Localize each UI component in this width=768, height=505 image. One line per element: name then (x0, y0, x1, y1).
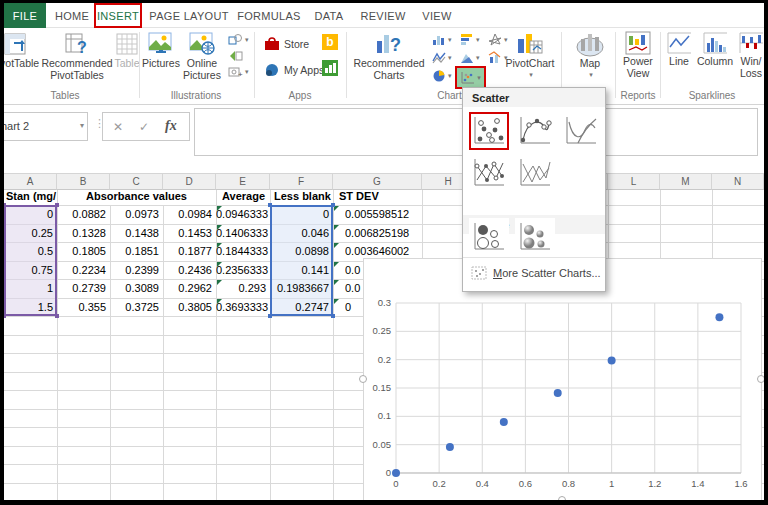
selection-handle[interactable] (55, 314, 59, 318)
scatter-straight-icon (518, 158, 552, 188)
chart-data-point (446, 443, 454, 451)
cell[interactable]: 0.355 (57, 298, 110, 316)
cell[interactable]: 0.2399 (110, 261, 163, 279)
chart-x-tick-label: 1.4 (691, 478, 704, 489)
cell[interactable]: 0.1438 (110, 224, 163, 242)
cell-e1[interactable]: Average (222, 189, 270, 204)
cell-g1[interactable]: ST DEV (339, 189, 419, 204)
cell[interactable]: 0.1851 (110, 242, 163, 260)
chart-x-tick-label: 0.8 (562, 478, 575, 489)
cell[interactable]: 0.2962 (163, 279, 216, 297)
chart-data-point (392, 469, 400, 477)
cell[interactable]: 0.005598512 (345, 205, 422, 223)
column-header-m[interactable]: M (660, 173, 712, 190)
column-header-d[interactable]: D (163, 173, 216, 190)
cell[interactable]: 0.1328 (57, 224, 110, 242)
cell[interactable]: 0.2747 (270, 298, 333, 316)
error-indicator-icon (217, 243, 222, 248)
cell[interactable]: 0.3693333 (216, 298, 270, 316)
cell[interactable]: 0.2739 (57, 279, 110, 297)
cell[interactable]: 0.1406333 (216, 224, 270, 242)
window-frame-right (764, 0, 768, 505)
more-scatter-charts-item[interactable]: More Scatter Charts... (463, 257, 605, 287)
embedded-scatter-chart[interactable]: 00.20.40.60.811.21.41.600.050.10.150.20.… (363, 258, 762, 501)
column-header-a[interactable]: A (4, 173, 57, 190)
cell[interactable]: 1.5 (4, 298, 57, 316)
chart-data-point (554, 389, 562, 397)
cell[interactable]: 0 (270, 205, 333, 223)
selection-handle[interactable] (331, 314, 335, 318)
cell[interactable]: 0.2436 (163, 261, 216, 279)
column-header-g[interactable]: G (333, 173, 422, 190)
scatter-straight-markers-icon (472, 158, 506, 188)
gridline (660, 190, 661, 205)
gridline (422, 190, 423, 205)
gridline (712, 190, 713, 205)
gridline (608, 190, 609, 205)
cell[interactable]: 0.0984 (163, 205, 216, 223)
cell[interactable]: 0.006825198 (345, 224, 422, 242)
chart-x-tick-label: 1 (609, 478, 614, 489)
chart-y-tick-label: 0 (386, 467, 391, 478)
column-header-f[interactable]: F (270, 173, 333, 190)
cell[interactable]: 0.141 (270, 261, 333, 279)
chart-y-tick-label: 0.25 (373, 325, 392, 336)
column-header-l[interactable]: L (608, 173, 660, 190)
error-indicator-icon (217, 225, 222, 230)
chart-x-tick-label: 0 (393, 478, 398, 489)
cell[interactable]: 0.3805 (163, 298, 216, 316)
cell[interactable]: 0.3089 (110, 279, 163, 297)
column-header-b[interactable]: B (57, 173, 110, 190)
menu-option-scatter-straight-markers[interactable] (469, 154, 509, 192)
cell[interactable]: 0.046 (270, 224, 333, 242)
cell-a1[interactable]: Stan (mg/ (6, 189, 57, 204)
chart-x-tick-label: 0.4 (476, 478, 489, 489)
error-indicator-icon (334, 225, 339, 230)
cell[interactable]: 0.75 (4, 261, 57, 279)
cell[interactable]: 0.0882 (57, 205, 110, 223)
chart-data-point (608, 357, 616, 365)
cell[interactable]: 0.2356333 (216, 261, 270, 279)
menu-section-scatter: Scatter (463, 88, 605, 107)
selection-handle[interactable] (268, 314, 272, 318)
scatter-plain-icon (472, 116, 506, 146)
scatter-smooth-markers-icon (518, 116, 552, 146)
cell[interactable]: 0.5 (4, 242, 57, 260)
menu-option-scatter[interactable] (469, 112, 509, 150)
menu-option-bubble[interactable] (469, 218, 509, 256)
window-frame-left (0, 0, 4, 505)
column-header-n[interactable]: N (712, 173, 764, 190)
cell[interactable]: 0.293 (216, 279, 270, 297)
menu-option-3d-bubble[interactable] (515, 218, 555, 256)
cell[interactable]: 0.0946333 (216, 205, 270, 223)
cell[interactable]: 0.25 (4, 224, 57, 242)
bubble-chart-icon (472, 222, 506, 252)
column-header-e[interactable]: E (216, 173, 270, 190)
cell[interactable]: 1 (4, 279, 57, 297)
cell[interactable]: 0.0973 (110, 205, 163, 223)
excel-window: FILE HOME INSERT PAGE LAYOUT FORMULAS DA… (0, 0, 768, 505)
chart-resize-handle-left[interactable] (359, 375, 367, 383)
scatter-smooth-icon (564, 116, 598, 146)
chart-data-point (500, 418, 508, 426)
cell[interactable]: 0 (4, 205, 57, 223)
cell[interactable]: 0.0898 (270, 242, 333, 260)
more-scatter-charts-icon (471, 266, 487, 280)
menu-option-scatter-straight[interactable] (515, 154, 555, 192)
cell[interactable]: 0.1983667 (270, 279, 333, 297)
menu-option-scatter-smooth-markers[interactable] (515, 112, 555, 150)
cell[interactable]: 0.1877 (163, 242, 216, 260)
error-indicator-icon (217, 206, 222, 211)
error-indicator-icon (217, 299, 222, 304)
cell[interactable]: 0.3725 (110, 298, 163, 316)
menu-option-scatter-smooth[interactable] (561, 112, 601, 150)
cell-b1-merged[interactable]: Absorbance values (57, 189, 216, 204)
cell[interactable]: 0.1453 (163, 224, 216, 242)
cell-f1[interactable]: Less blank (274, 189, 333, 204)
window-frame-top (0, 0, 768, 3)
cell[interactable]: 0.1844333 (216, 242, 270, 260)
column-header-c[interactable]: C (110, 173, 163, 190)
cell[interactable]: 0.1805 (57, 242, 110, 260)
error-indicator-icon (334, 280, 339, 285)
cell[interactable]: 0.2234 (57, 261, 110, 279)
